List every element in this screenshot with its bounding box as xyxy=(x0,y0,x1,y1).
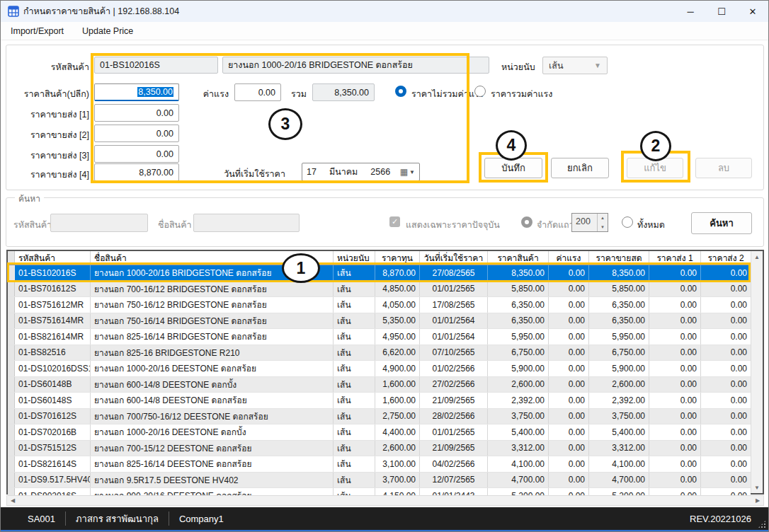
column-header[interactable]: ราคาขายสด xyxy=(589,251,649,265)
cell[interactable]: 04/02/2566 xyxy=(420,456,488,472)
cell[interactable]: 0.00 xyxy=(701,409,751,424)
table-row[interactable]: 01-DS751512Sยางนอก 700-15/12 DEESTONE ดอ… xyxy=(8,441,751,457)
cell[interactable]: 17/08/2565 xyxy=(420,297,488,313)
cell[interactable]: 6,350.00 xyxy=(488,313,549,329)
cell[interactable]: เส้น xyxy=(334,265,375,281)
radio-price-incl-labor-label[interactable]: ราคารวมค่าแรง xyxy=(491,87,552,101)
cell[interactable]: 01-DS60148B xyxy=(15,377,91,393)
scroll-left-icon[interactable]: ◀ xyxy=(7,497,18,504)
cell[interactable]: 0.00 xyxy=(649,424,701,440)
cell[interactable]: 01-DS9.517.5HV402 xyxy=(15,473,91,488)
retail-price-input[interactable]: 8,350.00 xyxy=(94,83,179,101)
cell[interactable]: 6,620.00 xyxy=(375,345,420,361)
cell[interactable]: 21/09/2565 xyxy=(420,441,488,456)
cell[interactable]: 2,750.00 xyxy=(375,409,420,424)
cell[interactable]: 0.00 xyxy=(701,456,751,472)
cell[interactable]: 6,350.00 xyxy=(488,297,549,313)
cell[interactable]: เส้น xyxy=(334,345,375,361)
cell[interactable]: 5,400.00 xyxy=(589,424,649,440)
cell[interactable]: 8,350.00 xyxy=(488,265,549,281)
cell[interactable]: 01-BS821614MR xyxy=(15,329,91,345)
cell[interactable]: 0.00 xyxy=(649,473,701,488)
cell[interactable]: 2,600.00 xyxy=(589,377,649,393)
column-header[interactable]: ราคาส่ง 2 xyxy=(701,251,751,265)
save-button[interactable]: บันทึก xyxy=(484,158,542,178)
cell[interactable]: 01/02/2566 xyxy=(420,361,488,376)
cell[interactable]: 8,870.00 xyxy=(375,265,420,281)
menu-import-export[interactable]: Import/Export xyxy=(11,26,64,36)
cell[interactable]: เส้น xyxy=(334,393,375,408)
maximize-button[interactable]: ☐ xyxy=(706,1,737,22)
cancel-button[interactable]: ยกเลิก xyxy=(551,158,609,178)
column-header[interactable]: หน่วยนับ xyxy=(334,251,375,265)
cell[interactable]: 0.00 xyxy=(701,313,751,329)
cell[interactable]: เส้น xyxy=(334,282,375,297)
cell[interactable]: 5,850.00 xyxy=(589,282,649,297)
column-header[interactable]: วันที่เริ่มใช้ราคา xyxy=(420,251,488,265)
cell[interactable]: 2,392.00 xyxy=(488,393,549,408)
calendar-icon[interactable]: ▦▼ xyxy=(400,167,415,177)
cell[interactable]: 5,350.00 xyxy=(375,313,420,329)
product-name-field[interactable]: ยางนอก 1000-20/16 BRIDGESTONE ดอกสร้อย xyxy=(222,57,489,74)
cell[interactable]: 0.00 xyxy=(549,393,589,408)
cell[interactable]: 0.00 xyxy=(649,441,701,456)
search-code-input[interactable] xyxy=(50,214,148,232)
cell[interactable]: 0.00 xyxy=(649,361,701,376)
table-row[interactable]: 01-BS102016Sยางนอก 1000-20/16 BRIDGESTON… xyxy=(8,265,751,282)
cell[interactable]: 3,100.00 xyxy=(375,456,420,472)
cell[interactable]: เส้น xyxy=(334,313,375,329)
menu-update-price[interactable]: Update Price xyxy=(82,26,133,36)
vertical-scrollbar[interactable]: ▲ ▼ xyxy=(751,251,763,493)
cell[interactable]: 5,900.00 xyxy=(589,361,649,376)
cell[interactable]: เส้น xyxy=(334,441,375,456)
table-row[interactable]: 01-DS60148Sยางนอก 600-14/8 DEESTONE ดอกส… xyxy=(8,393,751,409)
all-rows-radio[interactable] xyxy=(622,216,633,228)
date-month[interactable]: มีนาคม xyxy=(329,165,358,179)
date-picker[interactable]: 17 มีนาคม 2566 ▦▼ xyxy=(302,163,420,181)
table-row[interactable]: 01-BS751612MRยางนอก 750-16/12 BRIDGESTON… xyxy=(8,297,751,313)
cell[interactable]: 0.00 xyxy=(701,473,751,488)
cell[interactable]: 0.00 xyxy=(701,265,751,281)
cell[interactable]: 0.00 xyxy=(649,313,701,329)
cell[interactable]: 01/01/2565 xyxy=(420,282,488,297)
cell[interactable]: 01-BS701612S xyxy=(15,282,91,297)
cell[interactable]: 21/09/2565 xyxy=(420,393,488,408)
scroll-down-icon[interactable]: ▼ xyxy=(751,482,763,493)
scroll-right-icon[interactable]: ▶ xyxy=(752,497,763,504)
cell[interactable]: 0.00 xyxy=(549,377,589,393)
cell[interactable]: 12/07/2565 xyxy=(420,473,488,488)
cell[interactable]: 01-BS751614MR xyxy=(15,313,91,329)
cell[interactable]: 4,900.00 xyxy=(375,361,420,376)
cell[interactable]: เส้น xyxy=(334,361,375,376)
cell[interactable]: ยางนอก 700-16/12 BRIDGESTONE ดอกสร้อย xyxy=(91,282,334,297)
cell[interactable]: 0.00 xyxy=(649,393,701,408)
cell[interactable]: 0.00 xyxy=(549,424,589,440)
cell[interactable]: 0.00 xyxy=(701,329,751,345)
cell[interactable]: 4,850.00 xyxy=(375,282,420,297)
cell[interactable]: 4,050.00 xyxy=(375,297,420,313)
cell[interactable]: 0.00 xyxy=(549,409,589,424)
cell[interactable]: 01-BS82516 xyxy=(15,345,91,361)
table-row[interactable]: 01-BS701612Sยางนอก 700-16/12 BRIDGESTONE… xyxy=(8,282,751,298)
cell[interactable]: 0.00 xyxy=(649,297,701,313)
cell[interactable]: 07/10/2565 xyxy=(420,345,488,361)
close-button[interactable]: ✕ xyxy=(737,1,768,22)
cell[interactable]: ยางนอก 825-16 BRIDGESTONE R210 xyxy=(91,345,334,361)
cell[interactable]: 0.00 xyxy=(549,297,589,313)
table-row[interactable]: 01-BS821614MRยางนอก 825-16/14 BRIDGESTON… xyxy=(8,329,751,345)
cell[interactable]: เส้น xyxy=(334,409,375,424)
cell[interactable]: 6,350.00 xyxy=(589,297,649,313)
spinner-arrows[interactable]: ▲▼ xyxy=(597,214,608,231)
column-header[interactable]: ราคาทุน xyxy=(375,251,420,265)
cell[interactable]: 01/01/2564 xyxy=(420,329,488,345)
cell[interactable]: 1,600.00 xyxy=(375,377,420,393)
cell[interactable]: ยางนอก 1000-20/16 DEESTONE ดอกสร้อย xyxy=(91,361,334,376)
cell[interactable]: 2,600.00 xyxy=(488,377,549,393)
wholesale4-input[interactable]: 8,870.00 xyxy=(94,163,179,181)
table-row[interactable]: 01-DS702016Bยางนอก 1000-20/16 DEESTONE ด… xyxy=(8,424,751,441)
scroll-up-icon[interactable]: ▲ xyxy=(751,251,763,262)
wholesale1-input[interactable]: 0.00 xyxy=(94,104,179,122)
cell[interactable]: 6,750.00 xyxy=(488,345,549,361)
minimize-button[interactable]: ─ xyxy=(675,1,706,22)
cell[interactable]: ยางนอก 750-16/12 BRIDGESTONE ดอกสร้อย xyxy=(91,297,334,313)
